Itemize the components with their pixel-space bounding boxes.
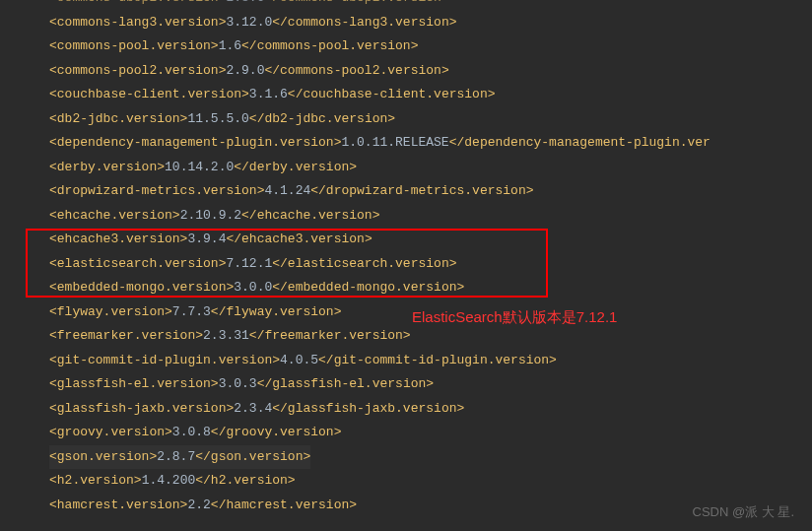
xml-close-tag: </commons-dbcp2.version> xyxy=(264,0,448,5)
xml-open-tag: <freemarker.version> xyxy=(49,328,203,343)
xml-value: 1.4.200 xyxy=(142,473,196,488)
xml-close-tag: </dropwizard-metrics.version> xyxy=(310,183,533,198)
xml-value: 3.9.4 xyxy=(187,232,226,246)
xml-open-tag: <hamcrest.version> xyxy=(49,498,187,512)
xml-open-tag: <dependency-management-plugin.version> xyxy=(49,135,341,150)
xml-open-tag: <dropwizard-metrics.version> xyxy=(49,183,264,198)
xml-open-tag: <elasticsearch.version> xyxy=(49,256,226,271)
xml-value: 11.5.5.0 xyxy=(187,111,248,126)
xml-close-tag: </derby.version> xyxy=(234,160,357,174)
xml-close-tag: </gson.versio xyxy=(195,449,295,464)
xml-open-tag: <ehcache.version> xyxy=(49,208,180,223)
code-line[interactable]: <embedded-mongo.version>3.0.0</embedded-… xyxy=(49,276,812,300)
xml-value: 4.0.5 xyxy=(280,353,318,367)
xml-value: 4.1.24 xyxy=(264,183,310,198)
code-line[interactable]: <gson.version>2.8.7</gson.version> xyxy=(49,445,812,470)
code-line[interactable]: <ehcache3.version>3.9.4</ehcache3.versio… xyxy=(49,228,812,252)
xml-open-tag: <glassfish-jaxb.version> xyxy=(49,401,234,416)
code-line[interactable]: <glassfish-jaxb.version>2.3.4</glassfish… xyxy=(49,397,812,422)
xml-open-tag: <glassfish-el.version> xyxy=(49,376,219,391)
code-line[interactable]: <h2.version>1.4.200</h2.version> xyxy=(49,469,812,494)
code-line[interactable]: <glassfish-el.version>3.0.3</glassfish-e… xyxy=(49,372,812,397)
xml-close-tag: </git-commit-id-plugin.version> xyxy=(318,353,557,367)
xml-open-tag: <commons-pool2.version> xyxy=(49,63,226,78)
xml-open-tag: <gson.version> xyxy=(49,449,157,464)
code-line[interactable]: <elasticsearch.version>7.12.1</elasticse… xyxy=(49,252,812,277)
xml-value: 7.7.3 xyxy=(172,304,211,319)
xml-close-tag: </freemarker.version> xyxy=(249,328,411,343)
code-line[interactable]: <git-commit-id-plugin.version>4.0.5</git… xyxy=(49,349,812,373)
xml-close-tag: </dependency-management-plugin.ver xyxy=(449,135,710,150)
xml-close-tag: </glassfish-jaxb.version> xyxy=(272,401,464,416)
xml-open-tag: <h2.version> xyxy=(49,473,142,488)
xml-close-tag: </h2.version> xyxy=(195,473,295,488)
xml-open-tag: <embedded-mongo.version> xyxy=(49,280,234,295)
code-line[interactable]: <db2-jdbc.version>11.5.5.0</db2-jdbc.ver… xyxy=(49,107,812,132)
xml-close-tag: </couchbase-client.version> xyxy=(288,87,496,101)
xml-close-tag: </commons-lang3.version> xyxy=(272,15,456,30)
xml-close-tag: </hamcrest.version> xyxy=(211,498,357,512)
code-line[interactable]: <commons-pool.version>1.6</commons-pool.… xyxy=(49,34,812,59)
xml-value: 3.0.3 xyxy=(219,376,257,391)
xml-value: 3.1.6 xyxy=(249,87,288,101)
code-line[interactable]: <dropwizard-metrics.version>4.1.24</drop… xyxy=(49,179,812,204)
code-line[interactable]: <commons-dbcp2.version>2.8.0</commons-db… xyxy=(49,0,812,11)
code-line[interactable]: <groovy.version>3.0.8</groovy.version> xyxy=(49,421,812,445)
code-line[interactable]: <commons-lang3.version>3.12.0</commons-l… xyxy=(49,11,812,35)
xml-value: 3.12.0 xyxy=(226,15,272,30)
xml-value: 1.0.11.RELEASE xyxy=(341,135,448,150)
xml-value: 3.0.0 xyxy=(234,280,272,295)
xml-open-tag: <flyway.version> xyxy=(49,304,172,319)
xml-open-tag: <couchbase-client.version> xyxy=(49,87,249,101)
xml-open-tag: <groovy.version> xyxy=(49,425,172,439)
code-line[interactable]: <commons-pool2.version>2.9.0</commons-po… xyxy=(49,59,812,84)
code-line[interactable]: <couchbase-client.version>3.1.6</couchba… xyxy=(49,83,812,107)
xml-close-tag: </ehcache.version> xyxy=(241,208,379,223)
xml-value: 2.9.0 xyxy=(226,63,264,78)
xml-close-tag: </flyway.version> xyxy=(211,304,342,319)
code-line[interactable]: <freemarker.version>2.3.31</freemarker.v… xyxy=(49,324,812,349)
code-editor[interactable]: <commons-dbcp2.version>2.8.0</commons-db… xyxy=(0,0,812,517)
xml-open-tag: <db2-jdbc.version> xyxy=(49,111,187,126)
xml-value: 2.2 xyxy=(187,498,210,512)
xml-close-tag: </groovy.version> xyxy=(211,425,342,439)
xml-close-tag: </ehcache3.version> xyxy=(226,232,372,246)
xml-close-tag: </glassfish-el.version> xyxy=(257,376,434,391)
xml-close-tag: </commons-pool2.version> xyxy=(264,63,448,78)
xml-close-tag: </elasticsearch.version> xyxy=(272,256,456,271)
code-line[interactable]: <ehcache.version>2.10.9.2</ehcache.versi… xyxy=(49,204,812,229)
xml-open-tag: <commons-lang3.version> xyxy=(49,15,226,30)
code-line[interactable]: <dependency-management-plugin.version>1.… xyxy=(49,131,812,156)
xml-value: 2.3.31 xyxy=(203,328,249,343)
xml-open-tag: <commons-dbcp2.version> xyxy=(49,0,226,5)
xml-open-tag: <git-commit-id-plugin.version> xyxy=(49,353,280,367)
xml-close-tag: </embedded-mongo.version> xyxy=(272,280,464,295)
xml-value: 7.12.1 xyxy=(226,256,272,271)
watermark-text: CSDN @派 大 星. xyxy=(693,503,794,521)
xml-value: 10.14.2.0 xyxy=(165,160,234,174)
annotation-text: ElasticSearch默认版本是7.12.1 xyxy=(412,308,617,327)
xml-value: 2.10.9.2 xyxy=(180,208,241,223)
xml-value: 3.0.8 xyxy=(172,425,211,439)
xml-close-tag: </db2-jdbc.version> xyxy=(249,111,395,126)
xml-value: 1.6 xyxy=(219,38,241,53)
code-line[interactable]: <derby.version>10.14.2.0</derby.version> xyxy=(49,156,812,180)
xml-value: 2.3.4 xyxy=(234,401,272,416)
xml-close-tag: </commons-pool.version> xyxy=(241,38,418,53)
xml-value: 2.8.0 xyxy=(226,0,264,5)
xml-open-tag: <commons-pool.version> xyxy=(49,38,219,53)
xml-open-tag: <ehcache3.version> xyxy=(49,232,187,246)
xml-value: 2.8.7 xyxy=(157,449,195,464)
xml-open-tag: <derby.version> xyxy=(49,160,165,174)
